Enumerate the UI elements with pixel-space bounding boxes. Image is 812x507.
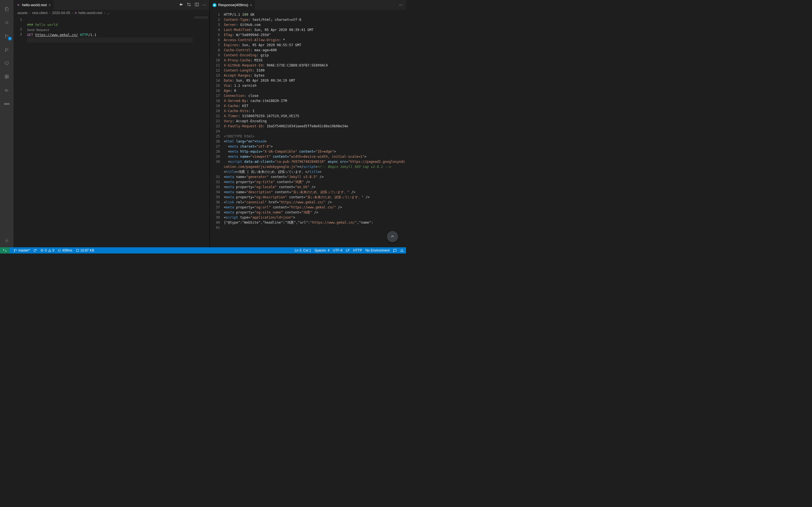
svg-point-2 [5, 21, 8, 23]
svg-point-8 [5, 50, 6, 51]
svg-point-19 [6, 240, 7, 241]
codelens-send-request[interactable]: Send Request [27, 28, 49, 32]
settings-gear-icon[interactable] [0, 234, 13, 247]
crumb[interactable]: hello-world.rest [79, 11, 102, 15]
http-method: GET [27, 33, 33, 37]
comment-line: ### hello world [27, 23, 57, 27]
source-control-icon[interactable]: 3 [0, 29, 13, 43]
response-code[interactable]: HTTP/1.1 200 OKContent-Type: text/html; … [224, 10, 406, 247]
scroll-top-button[interactable] [387, 231, 398, 242]
status-bar: master* 0 0 409ms 10.87 KB Ln 3, Col 1 S… [0, 247, 406, 253]
request-url: https://www.gekal.cn/ [35, 33, 78, 37]
tab-label: Response(409ms) [218, 3, 248, 7]
git-compare-icon[interactable] [187, 2, 191, 8]
response-editor[interactable]: 1234567891011121314151617181920212223242… [210, 10, 406, 247]
svg-marker-7 [6, 48, 8, 51]
tab-response[interactable]: ⇄ Response(409ms) × [210, 0, 255, 10]
svg-rect-12 [7, 75, 8, 76]
minimap[interactable] [193, 16, 209, 247]
close-icon[interactable]: × [49, 3, 51, 7]
response-icon: ⇄ [213, 3, 216, 7]
extensions-icon[interactable] [0, 70, 13, 83]
code-area[interactable]: ### hello world Send Request GET https:/… [27, 16, 209, 247]
file-icon: ≡ [16, 3, 20, 7]
notifications-icon[interactable] [400, 249, 404, 252]
svg-point-25 [14, 249, 15, 250]
response-gutter: 1234567891011121314151617181920212223242… [210, 10, 224, 247]
svg-rect-1 [6, 8, 8, 11]
rest-environment[interactable]: No Environment [365, 248, 390, 252]
aws-icon[interactable]: aws [0, 97, 13, 110]
svg-rect-13 [5, 77, 6, 78]
left-tab-bar: ≡ hello-world.rest × ⋯ [13, 0, 209, 10]
explorer-icon[interactable] [0, 2, 13, 16]
crumb[interactable]: rest-client [32, 11, 47, 15]
svg-point-22 [190, 5, 191, 6]
activity-bar: 3 aws [0, 0, 13, 247]
more-icon[interactable]: ⋯ [399, 3, 403, 7]
svg-point-26 [14, 251, 15, 251]
svg-rect-32 [77, 249, 79, 251]
remote-explorer-icon[interactable] [0, 56, 13, 70]
compare-icon[interactable] [179, 2, 183, 8]
close-icon[interactable]: × [250, 3, 252, 7]
crumb[interactable]: 2020-04-05 [52, 11, 70, 15]
svg-point-4 [5, 35, 6, 36]
svg-line-3 [8, 23, 8, 24]
right-tab-bar: ⇄ Response(409ms) × ⋯ [210, 0, 406, 10]
remote-indicator[interactable] [0, 247, 10, 253]
run-debug-icon[interactable] [0, 43, 13, 56]
language-mode[interactable]: HTTP [353, 248, 362, 252]
eol[interactable]: LF [346, 248, 350, 252]
git-branch[interactable]: master* [13, 248, 30, 252]
more-icon[interactable]: ⋯ [202, 3, 206, 7]
search-icon[interactable] [0, 16, 13, 29]
svg-rect-18 [6, 89, 6, 90]
sync-icon[interactable] [33, 249, 37, 252]
svg-rect-14 [7, 77, 8, 78]
status-duration[interactable]: 409ms [58, 248, 72, 252]
encoding[interactable]: UTF-8 [333, 248, 343, 252]
problems[interactable]: 0 0 [40, 248, 54, 252]
indentation[interactable]: Spaces: 4 [314, 248, 329, 252]
crumb[interactable]: ... [107, 11, 110, 15]
feedback-icon[interactable] [393, 249, 397, 252]
scm-badge: 3 [8, 37, 12, 41]
breadcrumbs[interactable]: assets› rest-client› 2020-04-05› ≡ hello… [13, 10, 209, 16]
gutter: 1 2 3 [13, 16, 27, 247]
status-size[interactable]: 10.87 KB [76, 248, 94, 252]
cursor-position[interactable]: Ln 3, Col 1 [295, 248, 311, 252]
http-proto: HTTP [80, 33, 88, 37]
left-editor[interactable]: 1 2 3 ### hello world Send Request GET h… [13, 16, 209, 247]
svg-point-21 [188, 3, 188, 4]
crumb[interactable]: assets [17, 11, 28, 15]
docker-icon[interactable] [0, 83, 13, 97]
svg-rect-9 [5, 62, 8, 64]
tab-label: hello-world.rest [22, 3, 47, 7]
split-editor-icon[interactable] [195, 2, 199, 8]
svg-rect-11 [5, 75, 6, 76]
tab-hello-world-rest[interactable]: ≡ hello-world.rest × [13, 0, 54, 10]
svg-point-5 [5, 37, 6, 38]
svg-marker-20 [180, 3, 183, 6]
